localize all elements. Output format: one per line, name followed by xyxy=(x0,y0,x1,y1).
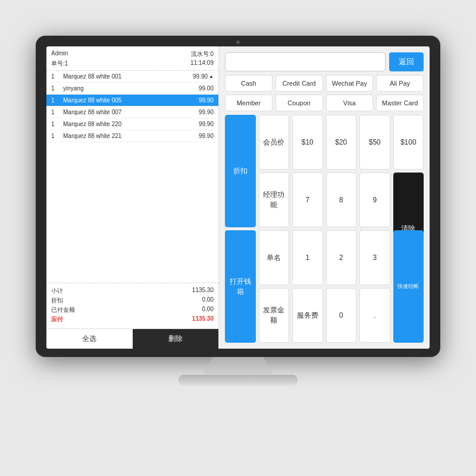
monitor-screen: Admin 流水号:0 单号:1 11:14:09 1 Marquez 88 w… xyxy=(46,46,430,349)
numpad-btn-3[interactable]: 3 xyxy=(359,230,390,285)
monitor-base xyxy=(178,375,298,386)
numpad-btn-快速结帐[interactable]: 快速结帐 xyxy=(393,230,424,343)
numpad-btn-$100[interactable]: $100 xyxy=(393,115,424,170)
select-all-button[interactable]: 全选 xyxy=(46,329,133,349)
receipt-panel: Admin 流水号:0 单号:1 11:14:09 1 Marquez 88 w… xyxy=(46,46,219,349)
numpad-btn-单名[interactable]: 单名 xyxy=(259,230,290,285)
monitor: Admin 流水号:0 单号:1 11:14:09 1 Marquez 88 w… xyxy=(36,36,440,440)
item-price: 99.90 xyxy=(199,97,214,104)
receipt-header: Admin 流水号:0 单号:1 11:14:09 xyxy=(46,46,218,71)
numpad-btn-会员价[interactable]: 会员价 xyxy=(259,115,290,170)
scroll-indicator: ▲ xyxy=(209,74,214,79)
item-qty: 1 xyxy=(51,109,61,115)
delete-button[interactable]: 删除 xyxy=(133,329,219,349)
back-button[interactable]: 返回 xyxy=(389,52,424,71)
pos-panel: 返回 CashCredit CardWechat PayAli PayMembe… xyxy=(219,46,430,349)
item-qty: 1 xyxy=(51,121,61,127)
discount-label: 折扣 xyxy=(51,296,63,305)
paid-value: 0.00 xyxy=(202,306,214,314)
pay-btn-coupon[interactable]: Coupon xyxy=(275,95,323,111)
item-qty: 1 xyxy=(51,73,61,80)
numpad-btn-$20[interactable]: $20 xyxy=(326,115,357,170)
item-price: 99.90 xyxy=(199,121,214,127)
receipt-item[interactable]: 1 Marquez 88 white 001 99.90 ▲ xyxy=(46,71,218,83)
monitor-stand xyxy=(202,357,274,375)
receipt-actions: 全选 删除 xyxy=(46,328,218,349)
item-price: 99.90 xyxy=(193,73,208,80)
item-price: 99.90 xyxy=(199,133,214,139)
pay-btn-master-card[interactable]: Master Card xyxy=(376,95,424,111)
numpad-btn-.[interactable]: . xyxy=(359,288,390,343)
subtotal-label: 小计 xyxy=(51,287,63,295)
serial-label: 流水号:0 xyxy=(191,50,214,58)
item-qty: 1 xyxy=(51,85,61,92)
pay-btn-credit-card[interactable]: Credit Card xyxy=(275,75,323,92)
item-price: 99.90 xyxy=(199,109,214,115)
numpad-btn-9[interactable]: 9 xyxy=(359,173,390,227)
subtotal-value: 1135.30 xyxy=(192,287,214,295)
paid-label: 已付金额 xyxy=(51,306,75,314)
numpad-btn-7[interactable]: 7 xyxy=(292,173,323,227)
numpad-btn-服务费[interactable]: 服务费 xyxy=(292,288,323,343)
pay-btn-wechat-pay[interactable]: Wechat Pay xyxy=(326,75,374,92)
pay-btn-ali-pay[interactable]: Ali Pay xyxy=(376,75,424,92)
receipt-time: 11:14:09 xyxy=(190,60,214,68)
discount-value: 0.00 xyxy=(202,296,214,305)
pay-btn-cash[interactable]: Cash xyxy=(225,75,273,92)
order-label: 单号:1 xyxy=(51,60,68,68)
receipt-item[interactable]: 1 Marquez 88 white 220 99.90 xyxy=(46,118,218,130)
pay-btn-member[interactable]: Member xyxy=(225,95,273,111)
numpad-btn-0[interactable]: 0 xyxy=(326,288,357,343)
numpad-btn-折扣[interactable]: 折扣 xyxy=(225,115,256,227)
item-qty: 1 xyxy=(51,97,61,104)
due-value: 1135.30 xyxy=(192,315,214,324)
receipt-items: 1 Marquez 88 white 001 99.90 ▲ 1 yinyang… xyxy=(46,71,218,283)
pay-btn-visa[interactable]: Visa xyxy=(326,95,374,111)
item-name: Marquez 88 white 221 xyxy=(63,133,196,139)
numpad-btn-经理功能[interactable]: 经理功能 xyxy=(259,173,290,227)
receipt-item[interactable]: 1 Marquez 88 white 221 99.90 xyxy=(46,130,218,142)
receipt-item[interactable]: 1 Marquez 88 white 005 99.90 xyxy=(46,95,218,107)
numpad-btn-$50[interactable]: $50 xyxy=(359,115,390,170)
item-name: Marquez 88 white 001 xyxy=(63,73,190,80)
pos-top-bar: 返回 xyxy=(225,52,424,71)
item-name: Marquez 88 white 005 xyxy=(63,97,196,104)
numpad-btn-打开钱箱[interactable]: 打开钱箱 xyxy=(225,230,256,343)
numpad-btn-1[interactable]: 1 xyxy=(292,230,323,285)
item-name: yinyang xyxy=(63,85,196,92)
numpad-btn-发票金额[interactable]: 发票金额 xyxy=(259,288,290,343)
numpad-btn-8[interactable]: 8 xyxy=(326,173,357,227)
due-label: 应付 xyxy=(51,315,63,324)
item-qty: 1 xyxy=(51,133,61,139)
numpad-btn-2[interactable]: 2 xyxy=(326,230,357,285)
admin-label: Admin xyxy=(51,50,68,58)
receipt-footer: 小计 1135.30 折扣 0.00 已付金额 0.00 应付 1135.30 xyxy=(46,283,218,328)
monitor-body: Admin 流水号:0 单号:1 11:14:09 1 Marquez 88 w… xyxy=(36,36,440,357)
payment-methods-grid: CashCredit CardWechat PayAli PayMemberCo… xyxy=(225,75,424,111)
numpad-btn-$10[interactable]: $10 xyxy=(292,115,323,170)
receipt-item[interactable]: 1 yinyang 99.00 xyxy=(46,83,218,95)
numpad-area: 折扣会员价$10$20$50$100经理功能789清除打开钱箱单名123快速结帐… xyxy=(225,115,424,343)
item-name: Marquez 88 white 220 xyxy=(63,121,196,127)
receipt-item[interactable]: 1 Marquez 88 white 007 99.90 xyxy=(46,107,218,118)
item-name: Marquez 88 white 007 xyxy=(63,109,196,115)
item-price: 99.00 xyxy=(199,85,214,92)
search-input[interactable] xyxy=(225,52,386,71)
